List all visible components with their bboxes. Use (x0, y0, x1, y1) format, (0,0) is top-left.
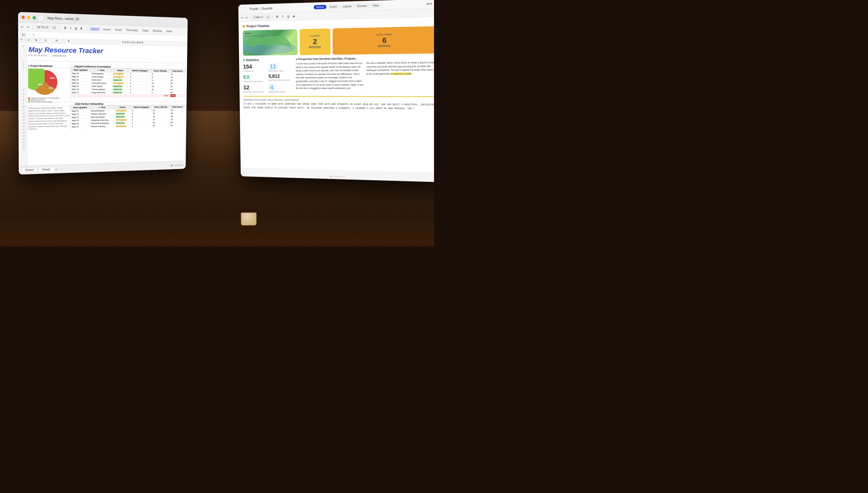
font-selector[interactable]: SF Pro R (36, 25, 50, 29)
partner-task-table: Date Updated ✓ Task Status Weeks Engaged… (70, 105, 185, 128)
layout-nav-tab[interactable]: Layout (340, 4, 354, 8)
perspective-body: "I come from a town in the south of Fran… (296, 61, 434, 90)
quote-author-title: Perspective from Yoko Tanaka, Participan… (243, 99, 434, 102)
minimize-button[interactable] (27, 16, 30, 19)
sep (250, 15, 251, 20)
sheet1-tab[interactable]: Sheet1 (38, 167, 54, 172)
col-task: ✓ Task (91, 68, 112, 72)
font-display: aA ▾ (426, 2, 432, 5)
statistics-section: Statistics 154 STUDENTS 11 NATIONALITIES (243, 58, 293, 93)
home-tab[interactable]: Home (89, 27, 100, 31)
stats-dot (243, 59, 245, 61)
stat-label-students: STUDENTS (243, 70, 267, 72)
sheet2-tab[interactable]: Sheet2 (22, 167, 38, 173)
col-weeks: Weeks Engaged (131, 105, 152, 109)
pie-chart-svg: 29% 25% 46% (28, 69, 61, 96)
word-font[interactable]: Calibri R (252, 15, 264, 19)
stat-label-hours: INSTRUCTION HOURS (268, 79, 293, 82)
spreadsheet-window: ‹ May Reso...racker_02 ↩ ↪ SF Pro R 12 B… (18, 12, 188, 175)
word-italic[interactable]: I (281, 14, 285, 19)
project-timeline-title: Project Timeline (246, 24, 269, 28)
view-tab[interactable]: View (165, 29, 174, 34)
pie-legend: Lilypad Conference e Presentation Remain… (28, 97, 69, 103)
svg-text:REACH: REACH (245, 33, 251, 34)
italic-button[interactable]: I (68, 26, 73, 30)
map-svg: REACH SOUTHERN FRANCE, NORTHERN SPAIN (243, 29, 298, 56)
reach-bar: REACH SOUTHERN FRANCE, NORTHERN SPAIN (242, 29, 298, 56)
insert-nav-tab[interactable]: Insert (327, 4, 340, 9)
lilypad-tasks: Date Updated ✓ Task Status Weeks Engaged… (70, 68, 186, 102)
partner-tasks-area: Please do not update this tracker withou… (27, 105, 185, 131)
cup-decoration (241, 212, 257, 226)
word-bold[interactable]: B (275, 14, 280, 19)
quote-text: IT WAS A PLEASURE TO WORK WITH DOROTHÉE … (243, 102, 434, 111)
col-c[interactable]: C (40, 38, 51, 43)
perspective-right-text: this was a valuable. When I came home, t… (366, 61, 434, 90)
section1-header: ● Project Breakdown (27, 64, 70, 68)
stat-students: 154 STUDENTS (243, 63, 267, 72)
back-nav-button[interactable]: ‹ (241, 6, 246, 12)
undo-button[interactable]: ↩ (20, 24, 24, 29)
stat-hours: 5,812 INSTRUCTION HOURS (268, 73, 293, 83)
stat-number-hours: 5,812 (268, 73, 293, 79)
redo-button[interactable]: ↪ (26, 24, 30, 29)
corner-cell: ▼ (18, 38, 25, 43)
lilypad-task-table: Date Updated ✓ Task Status Weeks Engaged… (70, 68, 186, 98)
strikethrough-button[interactable]: S (79, 26, 84, 31)
stat-label-growth: PROGRAM GROWTH (243, 80, 267, 83)
draw-tab[interactable]: Draw (113, 27, 123, 32)
spreadsheet-content: 1 2 3 4 5 6 7 8 9 10 11 12 13 14 15 16 1… (18, 43, 188, 170)
stat-number-nationalities: 11 (268, 63, 277, 70)
stats-grid: 154 STUDENTS 11 NATIONALITIES 6X PROGRAM… (243, 63, 293, 93)
word-underline[interactable]: U (286, 14, 291, 19)
insert-tab[interactable]: Insert (102, 27, 112, 31)
font-size[interactable]: 12 (51, 26, 57, 30)
bold-button[interactable]: B (63, 26, 68, 30)
separator (32, 25, 33, 29)
stat-nationalities: 11 NATIONALITIES (268, 63, 292, 72)
word-right-controls: aA ▾ ⬆ (426, 1, 434, 6)
col-hours-weekly: Hours Weekly (151, 69, 170, 72)
planning-number: 2 (313, 37, 317, 46)
maximize-button[interactable] (32, 16, 36, 19)
stat-number-mentors: 4 (268, 84, 275, 91)
row-numbers: 1 2 3 4 5 6 7 8 9 10 11 12 13 14 15 16 1… (20, 44, 27, 168)
data-tab[interactable]: Data (141, 28, 150, 33)
stat-label-mentors: MENTORS HIRED (269, 91, 293, 93)
col-e[interactable]: E (62, 39, 75, 44)
spreadsheet-title: May Reso...racker_02 (47, 16, 79, 21)
add-sheet-button[interactable]: + (55, 167, 57, 171)
underline-button[interactable]: U (73, 26, 78, 31)
col-date: Date Updated (71, 106, 90, 110)
col-b[interactable]: B (32, 38, 40, 43)
stat-growth: 6X PROGRAM GROWTH (243, 74, 267, 83)
cell-ref[interactable]: A1 (20, 32, 27, 37)
col-status: Status (111, 69, 129, 72)
table-row: May 17 Duty discovery Delivered 4520 (71, 91, 185, 94)
statistics-title: Statistics (246, 58, 259, 62)
formulas-tab[interactable]: Formulas (125, 28, 139, 33)
view-nav-tab[interactable]: View (370, 3, 382, 8)
col-task: ✓ Task (89, 105, 114, 109)
close-button[interactable] (21, 15, 25, 19)
col-weeks: Weeks Engaged (129, 69, 151, 72)
word-window: ‹ Fourth...l Summit Home Insert Layout R… (238, 0, 434, 182)
partner-header-label: ○ 2024 Partner Onboarding (72, 102, 104, 105)
perspective-left-text: "I come from a town in the south of Fran… (296, 62, 364, 90)
review-nav-tab[interactable]: Review (354, 3, 369, 8)
word-undo[interactable]: ↩ (240, 15, 244, 20)
review-tab[interactable]: Review (151, 28, 164, 33)
col-a[interactable]: A (25, 38, 32, 43)
stat-mentors: 4 MENTORS HIRED (268, 84, 293, 93)
back-arrow[interactable]: ‹ (38, 15, 44, 21)
col-d[interactable]: D (51, 39, 62, 44)
timeline-bars: REACH SOUTHERN FRANCE, NORTHERN SPAIN PL… (242, 26, 434, 56)
perspective-section: ● Perspective from Dorothée Saintillan, … (296, 56, 434, 93)
table-row: May 13 Travel logistics Delivered 11010 (71, 88, 185, 91)
col-hours: Hours Weekly (152, 105, 170, 109)
word-title: Fourth...l Summit (250, 6, 273, 11)
word-font-size[interactable]: 12 (265, 15, 270, 19)
word-redo[interactable]: ↪ (245, 15, 248, 20)
word-strikethrough[interactable]: S̶ (292, 14, 297, 19)
home-nav-tab[interactable]: Home (314, 5, 326, 9)
